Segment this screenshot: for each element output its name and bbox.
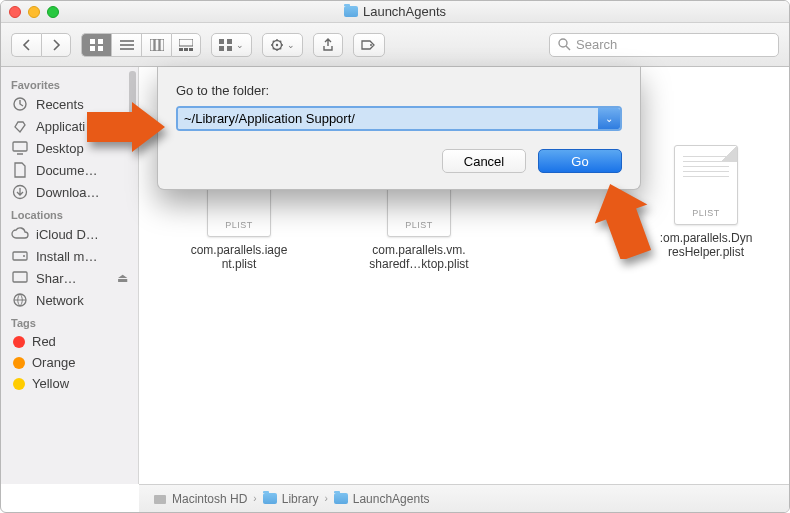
svg-rect-4 bbox=[150, 39, 154, 51]
svg-rect-2 bbox=[90, 46, 95, 51]
svg-rect-26 bbox=[154, 495, 166, 504]
svg-rect-7 bbox=[179, 39, 193, 46]
go-to-folder-dropdown[interactable]: ⌄ bbox=[598, 108, 620, 129]
file-item[interactable]: PLIST:om.parallels.Dyn resHelper.plist bbox=[641, 145, 771, 259]
file-name: com.parallels.vm. sharedf…ktop.plist bbox=[369, 243, 468, 271]
svg-rect-10 bbox=[189, 48, 193, 51]
zoom-window-button[interactable] bbox=[47, 6, 59, 18]
eject-icon[interactable]: ⏏ bbox=[117, 271, 128, 285]
download-icon bbox=[11, 184, 29, 200]
sidebar-item-label: Shar… bbox=[36, 271, 76, 286]
file-name: :om.parallels.Dyn resHelper.plist bbox=[660, 231, 753, 259]
svg-rect-6 bbox=[160, 39, 164, 51]
minimize-window-button[interactable] bbox=[28, 6, 40, 18]
search-field[interactable]: Search bbox=[549, 33, 779, 57]
icon-view-button[interactable] bbox=[81, 33, 111, 57]
titlebar: LaunchAgents bbox=[1, 1, 789, 23]
disk-icon bbox=[11, 248, 29, 264]
svg-marker-27 bbox=[87, 102, 165, 152]
list-view-button[interactable] bbox=[111, 33, 141, 57]
sidebar-item-label: Downloa… bbox=[36, 185, 100, 200]
sidebar-item-shar-[interactable]: Shar…⏏ bbox=[1, 267, 138, 289]
plist-file-icon: PLIST bbox=[674, 145, 738, 225]
tags-button[interactable] bbox=[353, 33, 385, 57]
svg-rect-24 bbox=[13, 272, 27, 282]
tag-dot-icon bbox=[13, 378, 25, 390]
svg-rect-12 bbox=[227, 39, 232, 44]
annotation-arrow bbox=[87, 102, 167, 152]
doc-icon bbox=[11, 162, 29, 178]
gallery-view-button[interactable] bbox=[171, 33, 201, 57]
svg-rect-13 bbox=[219, 46, 224, 51]
svg-rect-0 bbox=[90, 39, 95, 44]
share-button[interactable] bbox=[313, 33, 343, 57]
tag-dot-icon bbox=[13, 336, 25, 348]
search-icon bbox=[557, 38, 571, 52]
sidebar-item-yellow[interactable]: Yellow bbox=[1, 373, 138, 394]
sidebar-header-tags: Tags bbox=[1, 311, 138, 331]
cancel-button[interactable]: Cancel bbox=[442, 149, 526, 173]
action-button[interactable]: ⌄ bbox=[262, 33, 303, 57]
folder-icon bbox=[263, 493, 277, 504]
chevron-right-icon: › bbox=[253, 493, 256, 504]
svg-rect-20 bbox=[13, 142, 27, 151]
file-name: com.parallels.iage nt.plist bbox=[191, 243, 288, 271]
go-to-folder-label: Go to the folder: bbox=[176, 83, 622, 98]
group-button[interactable]: ⌄ bbox=[211, 33, 252, 57]
svg-point-16 bbox=[276, 43, 278, 45]
sidebar-item-orange[interactable]: Orange bbox=[1, 352, 138, 373]
sidebar-item-label: Docume… bbox=[36, 163, 97, 178]
search-placeholder: Search bbox=[576, 37, 617, 52]
svg-point-23 bbox=[23, 255, 25, 257]
globe-icon bbox=[11, 292, 29, 308]
window-title: LaunchAgents bbox=[344, 4, 446, 19]
folder-icon bbox=[334, 493, 348, 504]
sidebar-item-icloud-d-[interactable]: iCloud D… bbox=[1, 223, 138, 245]
svg-point-17 bbox=[370, 44, 372, 46]
clock-icon bbox=[11, 96, 29, 112]
svg-rect-9 bbox=[184, 48, 188, 51]
pathbar-item[interactable]: Macintosh HD bbox=[153, 492, 247, 506]
sidebar-item-label: Orange bbox=[32, 355, 75, 370]
close-window-button[interactable] bbox=[9, 6, 21, 18]
svg-marker-28 bbox=[595, 179, 655, 259]
svg-point-18 bbox=[559, 39, 567, 47]
go-button[interactable]: Go bbox=[538, 149, 622, 173]
cloud-icon bbox=[11, 226, 29, 242]
nav-buttons bbox=[11, 33, 71, 57]
window-title-text: LaunchAgents bbox=[363, 4, 446, 19]
pathbar-item[interactable]: LaunchAgents bbox=[334, 492, 430, 506]
column-view-button[interactable] bbox=[141, 33, 171, 57]
chevron-right-icon: › bbox=[324, 493, 327, 504]
traffic-lights bbox=[9, 6, 59, 18]
svg-rect-14 bbox=[227, 46, 232, 51]
go-to-folder-combo: ⌄ bbox=[176, 106, 622, 131]
svg-rect-3 bbox=[98, 46, 103, 51]
sidebar-item-red[interactable]: Red bbox=[1, 331, 138, 352]
sidebar-item-label: Recents bbox=[36, 97, 84, 112]
go-to-folder-sheet: Go to the folder: ⌄ Cancel Go bbox=[157, 67, 641, 190]
sidebar-header-locations: Locations bbox=[1, 203, 138, 223]
back-button[interactable] bbox=[11, 33, 41, 57]
svg-rect-11 bbox=[219, 39, 224, 44]
screen-icon bbox=[11, 270, 29, 286]
sidebar-item-label: iCloud D… bbox=[36, 227, 99, 242]
svg-rect-1 bbox=[98, 39, 103, 44]
sidebar-item-label: Yellow bbox=[32, 376, 69, 391]
svg-rect-5 bbox=[155, 39, 159, 51]
toolbar: ⌄ ⌄ Search bbox=[1, 23, 789, 67]
go-to-folder-input[interactable] bbox=[178, 108, 598, 129]
folder-icon bbox=[344, 6, 358, 17]
sidebar-item-label: Desktop bbox=[36, 141, 84, 156]
desktop-icon bbox=[11, 140, 29, 156]
annotation-arrow bbox=[595, 179, 655, 259]
sidebar-item-network[interactable]: Network bbox=[1, 289, 138, 311]
forward-button[interactable] bbox=[41, 33, 71, 57]
sidebar-item-install-m-[interactable]: Install m… bbox=[1, 245, 138, 267]
sidebar-item-label: Install m… bbox=[36, 249, 97, 264]
view-switcher bbox=[81, 33, 201, 57]
sidebar-item-docume-[interactable]: Docume… bbox=[1, 159, 138, 181]
sidebar-item-label: Network bbox=[36, 293, 84, 308]
sidebar-item-downloa-[interactable]: Downloa… bbox=[1, 181, 138, 203]
pathbar-item[interactable]: Library bbox=[263, 492, 319, 506]
